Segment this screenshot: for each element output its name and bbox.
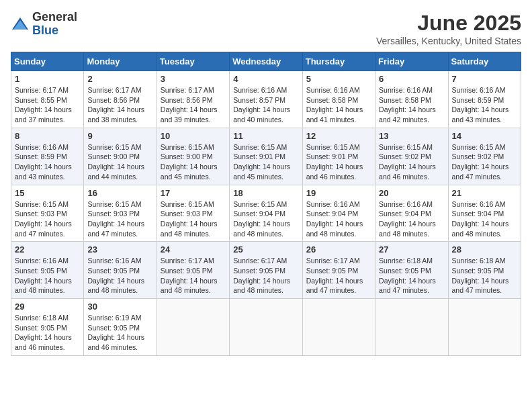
day-info: Sunrise: 6:15 AM Sunset: 9:00 PM Dayligh… [161,142,226,182]
sunset-label: Sunset: 9:04 PM [306,210,359,218]
sunrise-label: Sunrise: 6:16 AM [15,143,69,151]
sunset-label: Sunset: 9:05 PM [233,267,285,275]
daylight-label: Daylight: 14 hours and 39 minutes. [161,105,218,124]
calendar-cell: 21 Sunrise: 6:16 AM Sunset: 9:04 PM Dayl… [448,185,521,242]
day-number: 12 [306,131,371,141]
calendar-cell [302,299,375,356]
daylight-label: Daylight: 14 hours and 45 minutes. [233,163,290,181]
day-info: Sunrise: 6:17 AM Sunset: 9:05 PM Dayligh… [161,256,226,295]
calendar-cell [375,299,448,356]
month-title: June 2025 [376,11,521,36]
day-number: 17 [161,188,226,198]
sunset-label: Sunset: 9:03 PM [87,210,140,218]
day-info: Sunrise: 6:18 AM Sunset: 9:05 PM Dayligh… [15,313,80,353]
sunset-label: Sunset: 9:05 PM [15,324,67,332]
day-info: Sunrise: 6:17 AM Sunset: 8:55 PM Dayligh… [15,85,80,125]
sunset-label: Sunset: 8:59 PM [15,152,67,161]
sunrise-label: Sunrise: 6:18 AM [452,257,506,265]
day-info: Sunrise: 6:19 AM Sunset: 9:05 PM Dayligh… [87,313,152,353]
daylight-label: Daylight: 14 hours and 40 minutes. [233,105,290,124]
day-number: 26 [306,244,371,255]
sunset-label: Sunset: 9:02 PM [379,152,431,161]
day-number: 21 [452,188,517,198]
daylight-label: Daylight: 14 hours and 47 minutes. [379,277,436,295]
sunset-label: Sunset: 9:05 PM [379,267,431,275]
sunset-label: Sunset: 9:05 PM [306,267,359,275]
calendar-cell: 27 Sunrise: 6:18 AM Sunset: 9:05 PM Dayl… [375,242,448,299]
sunrise-label: Sunrise: 6:16 AM [87,257,141,265]
calendar-cell: 12 Sunrise: 6:15 AM Sunset: 9:01 PM Dayl… [302,128,375,185]
day-info: Sunrise: 6:15 AM Sunset: 9:02 PM Dayligh… [452,142,517,182]
sunset-label: Sunset: 8:59 PM [452,96,504,104]
daylight-label: Daylight: 14 hours and 47 minutes. [15,220,72,238]
day-info: Sunrise: 6:17 AM Sunset: 8:56 PM Dayligh… [87,85,152,125]
daylight-label: Daylight: 14 hours and 43 minutes. [15,163,72,181]
calendar-cell: 3 Sunrise: 6:17 AM Sunset: 8:56 PM Dayli… [157,71,229,128]
calendar-cell: 6 Sunrise: 6:16 AM Sunset: 8:58 PM Dayli… [375,71,448,128]
logo: General Blue [11,11,77,38]
sunset-label: Sunset: 9:04 PM [452,210,504,218]
daylight-label: Daylight: 14 hours and 43 minutes. [452,105,509,124]
calendar-row-1: 1 Sunrise: 6:17 AM Sunset: 8:55 PM Dayli… [11,71,521,128]
day-info: Sunrise: 6:15 AM Sunset: 9:03 PM Dayligh… [87,199,152,239]
daylight-label: Daylight: 14 hours and 48 minutes. [306,220,363,238]
daylight-label: Daylight: 14 hours and 48 minutes. [161,220,218,238]
sunrise-label: Sunrise: 6:15 AM [161,200,214,208]
sunset-label: Sunset: 9:05 PM [452,267,504,275]
day-number: 7 [452,74,517,84]
day-info: Sunrise: 6:16 AM Sunset: 8:58 PM Dayligh… [306,85,371,125]
sunrise-label: Sunrise: 6:16 AM [233,86,287,94]
calendar-cell: 14 Sunrise: 6:15 AM Sunset: 9:02 PM Dayl… [448,128,521,185]
day-number: 23 [87,244,152,255]
sunrise-label: Sunrise: 6:15 AM [15,200,69,208]
day-info: Sunrise: 6:17 AM Sunset: 8:56 PM Dayligh… [161,85,226,125]
calendar-header: Sunday Monday Tuesday Wednesday Thursday… [11,52,521,71]
daylight-label: Daylight: 14 hours and 46 minutes. [87,333,144,351]
calendar-row-3: 15 Sunrise: 6:15 AM Sunset: 9:03 PM Dayl… [11,185,521,242]
daylight-label: Daylight: 14 hours and 37 minutes. [15,105,72,124]
day-info: Sunrise: 6:17 AM Sunset: 9:05 PM Dayligh… [233,256,298,295]
sunrise-label: Sunrise: 6:16 AM [452,200,506,208]
day-info: Sunrise: 6:18 AM Sunset: 9:05 PM Dayligh… [379,256,444,295]
calendar-cell: 16 Sunrise: 6:15 AM Sunset: 9:03 PM Dayl… [84,185,157,242]
daylight-label: Daylight: 14 hours and 47 minutes. [452,163,509,181]
sunrise-label: Sunrise: 6:16 AM [15,257,69,265]
sunset-label: Sunset: 8:58 PM [379,96,431,104]
logo-icon [11,15,30,34]
day-number: 29 [15,302,80,312]
daylight-label: Daylight: 14 hours and 42 minutes. [379,105,436,124]
calendar-cell: 15 Sunrise: 6:15 AM Sunset: 9:03 PM Dayl… [11,185,84,242]
calendar-row-4: 22 Sunrise: 6:16 AM Sunset: 9:05 PM Dayl… [11,242,521,299]
day-number: 6 [379,74,444,84]
day-number: 1 [15,74,80,84]
day-number: 3 [161,74,226,84]
day-info: Sunrise: 6:16 AM Sunset: 9:04 PM Dayligh… [452,199,517,239]
header-thursday: Thursday [302,52,375,71]
sunset-label: Sunset: 9:04 PM [233,210,285,218]
day-number: 18 [233,188,298,198]
daylight-label: Daylight: 14 hours and 48 minutes. [87,277,144,295]
calendar-cell: 18 Sunrise: 6:15 AM Sunset: 9:04 PM Dayl… [230,185,302,242]
header-saturday: Saturday [448,52,521,71]
calendar-cell: 19 Sunrise: 6:16 AM Sunset: 9:04 PM Dayl… [302,185,375,242]
logo-text: General Blue [32,11,77,38]
title-block: June 2025 Versailles, Kentucky, United S… [376,11,521,46]
sunrise-label: Sunrise: 6:15 AM [233,200,287,208]
sunset-label: Sunset: 9:05 PM [15,267,67,275]
daylight-label: Daylight: 14 hours and 48 minutes. [452,220,509,238]
sunset-label: Sunset: 8:56 PM [161,96,213,104]
daylight-label: Daylight: 14 hours and 47 minutes. [87,220,144,238]
day-number: 22 [15,244,80,255]
sunrise-label: Sunrise: 6:16 AM [379,86,433,94]
calendar-body: 1 Sunrise: 6:17 AM Sunset: 8:55 PM Dayli… [11,71,521,356]
day-number: 24 [161,244,226,255]
day-info: Sunrise: 6:15 AM Sunset: 9:01 PM Dayligh… [306,142,371,182]
day-number: 5 [306,74,371,84]
daylight-label: Daylight: 14 hours and 47 minutes. [452,277,509,295]
page-header: General Blue June 2025 Versailles, Kentu… [11,11,521,46]
sunset-label: Sunset: 9:00 PM [161,152,213,161]
logo-blue-text: Blue [32,24,77,38]
sunset-label: Sunset: 9:01 PM [233,152,285,161]
day-info: Sunrise: 6:16 AM Sunset: 9:05 PM Dayligh… [15,256,80,295]
sunset-label: Sunset: 8:58 PM [306,96,359,104]
